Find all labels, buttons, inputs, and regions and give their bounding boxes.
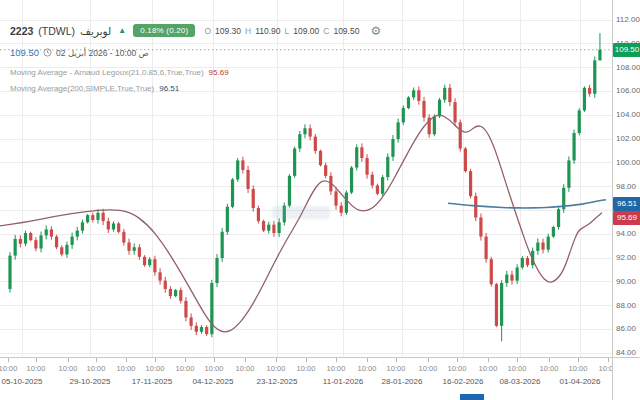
time-label: 10:00: [55, 364, 81, 373]
time-tick: [367, 358, 368, 362]
symbol-header: 2223 (TDWL) لوبريف ▲ 0.18% (0.20) O 109.…: [10, 24, 381, 37]
alma-axis-badge: 95.69: [613, 211, 640, 225]
sma-axis-badge: 96.51: [613, 197, 640, 211]
company-name-arabic: لوبريف: [80, 25, 111, 37]
time-tick: [276, 358, 277, 362]
high-value: 110.90: [255, 26, 280, 36]
axis-corner: [612, 357, 640, 400]
sma200-line: [448, 200, 606, 208]
time-tick: [8, 358, 9, 362]
date-label: 16-02-2026: [432, 377, 494, 386]
time-label: 10:00: [0, 364, 21, 373]
clock-icon: [43, 48, 52, 57]
price-up-arrow-icon: ▲: [118, 26, 126, 35]
time-tick: [608, 358, 609, 362]
date-label: 28-01-2026: [371, 377, 433, 386]
price-tick-label: 90.00: [616, 277, 636, 286]
price-tick-label: 106.00: [616, 86, 640, 95]
time-label: 10:00: [263, 364, 289, 373]
low-value: 109.00: [293, 26, 319, 36]
sma-legend-label: Moving Average(200,SIMPLE,True,True): [10, 84, 154, 93]
time-tick: [549, 358, 550, 362]
ohlc-readout: O 109.30 H 110.90 L 109.00 C 109.50: [204, 26, 359, 36]
time-tick: [185, 358, 186, 362]
time-tick: [488, 358, 489, 362]
candles-layer: [8, 33, 601, 341]
alma-legend-value: 95.69: [209, 68, 229, 77]
indicator-legend-sma200[interactable]: Moving Average(200,SIMPLE,True,True)96.5…: [10, 84, 179, 93]
time-label: 10:00: [232, 364, 258, 373]
time-tick: [155, 358, 156, 362]
time-label: 10:00: [172, 364, 198, 373]
time-tick: [336, 358, 337, 362]
open-label: O: [204, 26, 211, 36]
price-tick-label: 98.00: [616, 182, 636, 191]
last-price-row: 109.50 02 ص 10:00 - 2026 أبريل: [10, 47, 149, 58]
bar-datetime: 02 ص 10:00 - 2026 أبريل: [56, 48, 149, 58]
settings-gear-icon[interactable]: ⚙: [370, 26, 381, 36]
sma-legend-value: 96.51: [159, 84, 179, 93]
date-label: 11-01-2026: [312, 377, 374, 386]
price-tick-label: 100.00: [616, 158, 640, 167]
time-label: 10:00: [142, 364, 168, 373]
time-label: 10:00: [504, 364, 530, 373]
time-label: 10:00: [415, 364, 441, 373]
alma-legend-label: Moving Average - Arnaud Legoux(21,0.85,6…: [10, 68, 204, 77]
time-label: 10:00: [201, 364, 227, 373]
watermark: [272, 206, 330, 219]
date-label: 04-12-2025: [182, 377, 244, 386]
price-axis[interactable]: 84.0086.0088.0090.0092.0094.0096.0098.00…: [612, 0, 640, 357]
time-label: 10:00: [323, 364, 349, 373]
date-label: 29-10-2025: [59, 377, 121, 386]
time-tick: [68, 358, 69, 362]
time-tick: [126, 358, 127, 362]
time-label: 10:00: [113, 364, 139, 373]
time-axis[interactable]: 10:0010:0010:0010:0010:0010:0010:0010:00…: [0, 357, 612, 400]
price-tick-label: 108.00: [616, 63, 640, 72]
time-label: 10:00: [536, 364, 562, 373]
time-tick: [396, 358, 397, 362]
time-label: 10:00: [354, 364, 380, 373]
time-label: 10:00: [293, 364, 319, 373]
date-label: 17-11-2025: [121, 377, 183, 386]
price-tick-label: 88.00: [616, 301, 636, 310]
time-tick: [214, 358, 215, 362]
price-tick-label: 94.00: [616, 229, 636, 238]
date-label: 23-12-2025: [246, 377, 308, 386]
time-tick: [36, 358, 37, 362]
low-label: L: [285, 26, 290, 36]
price-tick-label: 92.00: [616, 253, 636, 262]
price-tick-label: 86.00: [616, 324, 636, 333]
time-tick: [245, 358, 246, 362]
time-tick: [96, 358, 97, 362]
price-tick-label: 104.00: [616, 110, 640, 119]
indicator-legend-alma[interactable]: Moving Average - Arnaud Legoux(21,0.85,6…: [10, 68, 229, 77]
close-value: 109.50: [333, 26, 359, 36]
high-label: H: [245, 26, 251, 36]
chart-window: 2223 (TDWL) لوبريف ▲ 0.18% (0.20) O 109.…: [0, 0, 640, 400]
time-label: 10:00: [475, 364, 501, 373]
time-label: 10:00: [383, 364, 409, 373]
open-value: 109.30: [215, 26, 241, 36]
market-code: (TDWL): [38, 25, 75, 37]
date-label: 08-03-2026: [489, 377, 551, 386]
price-tick-label: 84.00: [616, 348, 636, 357]
time-tick: [517, 358, 518, 362]
time-tick: [306, 358, 307, 362]
last-price-value: 109.50: [10, 47, 39, 58]
time-tick: [457, 358, 458, 362]
last-price-axis-badge: 109.50: [613, 43, 640, 57]
change-badge: 0.18% (0.20): [133, 24, 195, 37]
time-label: 10:00: [565, 364, 591, 373]
price-tick-label: 112.00: [616, 15, 640, 24]
date-label: 01-04-2026: [549, 377, 611, 386]
price-tick-label: 102.00: [616, 134, 640, 143]
date-label: 05-10-2025: [0, 377, 53, 386]
time-tick: [428, 358, 429, 362]
selected-date-marker: [460, 394, 484, 400]
symbol-code: 2223: [10, 25, 33, 37]
time-tick: [578, 358, 579, 362]
time-label: 10:00: [23, 364, 49, 373]
close-label: C: [323, 26, 329, 36]
time-label: 10:00: [444, 364, 470, 373]
